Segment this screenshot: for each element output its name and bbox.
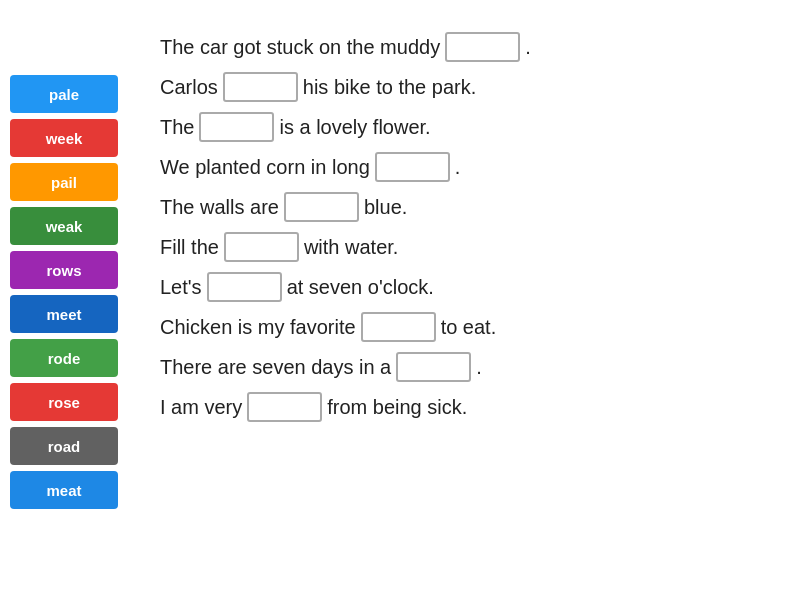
word-tile-week[interactable]: week <box>10 119 118 157</box>
sentence-text: Chicken is my favorite <box>160 313 356 341</box>
word-tile-road[interactable]: road <box>10 427 118 465</box>
sentence-text: his bike to the park. <box>303 73 476 101</box>
sentence-text: . <box>455 153 461 181</box>
sentence-text: Let's <box>160 273 202 301</box>
sentences-container: The car got stuck on the muddy.Carloshis… <box>130 20 790 580</box>
sentence-s10: I am veryfrom being sick. <box>160 388 790 426</box>
sentence-text: is a lovely flower. <box>279 113 430 141</box>
word-tile-meet[interactable]: meet <box>10 295 118 333</box>
word-tile-rode[interactable]: rode <box>10 339 118 377</box>
word-bank: paleweekpailweakrowsmeetroderoseroadmeat <box>10 20 130 580</box>
sentence-s3: Theis a lovely flower. <box>160 108 790 146</box>
sentence-text: from being sick. <box>327 393 467 421</box>
sentence-text: The walls are <box>160 193 279 221</box>
sentence-s4: We planted corn in long. <box>160 148 790 186</box>
sentence-text: The <box>160 113 194 141</box>
word-tile-pale[interactable]: pale <box>10 75 118 113</box>
sentence-text: blue. <box>364 193 407 221</box>
sentence-text: Carlos <box>160 73 218 101</box>
blank-s9[interactable] <box>396 352 471 382</box>
blank-s2[interactable] <box>223 72 298 102</box>
blank-s8[interactable] <box>361 312 436 342</box>
sentence-text: at seven o'clock. <box>287 273 434 301</box>
sentence-text: Fill the <box>160 233 219 261</box>
word-tile-rose[interactable]: rose <box>10 383 118 421</box>
sentence-s7: Let'sat seven o'clock. <box>160 268 790 306</box>
sentence-text: There are seven days in a <box>160 353 391 381</box>
sentence-text: I am very <box>160 393 242 421</box>
sentence-s1: The car got stuck on the muddy. <box>160 28 790 66</box>
blank-s5[interactable] <box>284 192 359 222</box>
sentence-text: . <box>525 33 531 61</box>
sentence-s9: There are seven days in a. <box>160 348 790 386</box>
word-tile-weak[interactable]: weak <box>10 207 118 245</box>
sentence-text: . <box>476 353 482 381</box>
blank-s1[interactable] <box>445 32 520 62</box>
blank-s7[interactable] <box>207 272 282 302</box>
word-tile-pail[interactable]: pail <box>10 163 118 201</box>
blank-s4[interactable] <box>375 152 450 182</box>
sentence-s2: Carloshis bike to the park. <box>160 68 790 106</box>
sentence-text: The car got stuck on the muddy <box>160 33 440 61</box>
blank-s10[interactable] <box>247 392 322 422</box>
sentence-s6: Fill thewith water. <box>160 228 790 266</box>
sentence-text: to eat. <box>441 313 497 341</box>
sentence-s5: The walls areblue. <box>160 188 790 226</box>
word-tile-meat[interactable]: meat <box>10 471 118 509</box>
sentence-text: We planted corn in long <box>160 153 370 181</box>
word-tile-rows[interactable]: rows <box>10 251 118 289</box>
blank-s6[interactable] <box>224 232 299 262</box>
blank-s3[interactable] <box>199 112 274 142</box>
sentence-text: with water. <box>304 233 398 261</box>
sentence-s8: Chicken is my favoriteto eat. <box>160 308 790 346</box>
